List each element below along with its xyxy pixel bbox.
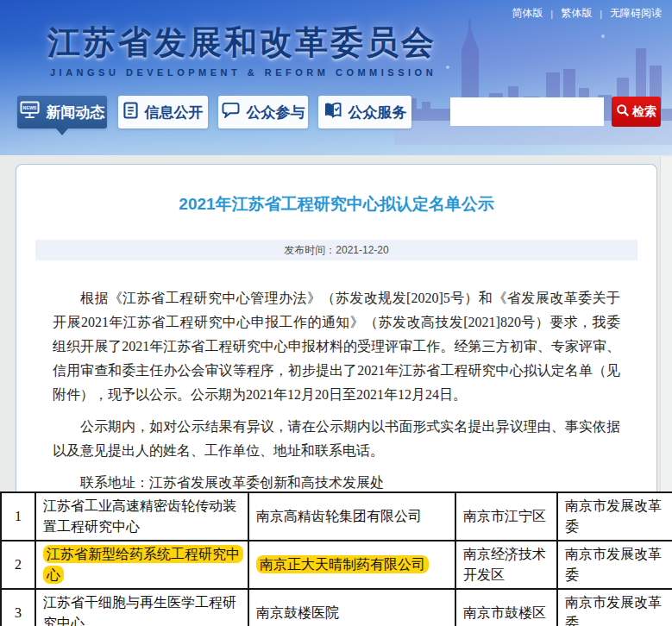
search-icon: [616, 103, 630, 120]
main-nav: NEWS 新闻动态 信息公开: [16, 96, 663, 130]
page: 简体版 | 繁体版 | 无障碍阅读 江苏省发展和改革委员会 JIANGSU DE…: [0, 0, 672, 626]
paragraph: 根据《江苏省工程研究中心管理办法》（苏发改规发[2020]5号）和《省发展改革委…: [53, 286, 620, 407]
site-title: 江苏省发展和改革委员会: [47, 21, 436, 65]
link-accessibility[interactable]: 无障碍阅读: [610, 6, 662, 21]
agency: 南京市发展改革委: [557, 492, 672, 541]
table-row: 2 江苏省新型给药系统工程研究中心 南京正大天晴制药有限公司 南京经济技术开发区…: [1, 541, 672, 589]
link-simplified-chinese[interactable]: 简体版: [512, 6, 543, 21]
link-traditional-chinese[interactable]: 繁体版: [561, 6, 592, 21]
paragraph: 公示期内，如对公示结果有异议，请在公示期内以书面形式实名提出异议理由、事实依据以…: [53, 415, 620, 463]
search-button[interactable]: 检索: [612, 97, 661, 127]
svg-text:NEWS: NEWS: [22, 105, 36, 110]
separator: |: [600, 9, 602, 19]
tab-label: 公众参与: [247, 103, 305, 122]
tab-public-service[interactable]: 公众服务: [318, 96, 411, 128]
agency: 南京市发展改革委: [557, 589, 672, 626]
row-number: 1: [1, 492, 35, 541]
separator: |: [550, 9, 553, 19]
agency: 南京市发展改革委: [557, 541, 672, 589]
tab-label: 信息公开: [145, 103, 204, 122]
tab-label: 公众服务: [349, 103, 407, 122]
search-input[interactable]: [450, 97, 604, 126]
highlighted-text: 江苏省新型给药系统工程研究中心: [43, 545, 243, 584]
publish-date: 发布时间：2021-12-20: [35, 240, 637, 260]
row-number: 3: [1, 589, 35, 626]
book-icon: [323, 102, 342, 122]
center-name: 江苏省新型给药系统工程研究中心: [35, 541, 248, 589]
highlighted-text: 南京正大天晴制药有限公司: [256, 555, 429, 573]
tab-label: 新闻动态: [47, 103, 105, 122]
center-name: 江苏省工业高速精密齿轮传动装置工程研究中心: [35, 492, 248, 541]
company-name: 南京鼓楼医院: [248, 589, 455, 626]
tab-news[interactable]: NEWS 新闻动态: [17, 96, 107, 128]
company-name: 南京高精齿轮集团有限公司: [248, 492, 455, 541]
district: 南京市鼓楼区: [455, 589, 557, 626]
district: 南京市江宁区: [455, 492, 557, 541]
language-links: 简体版 | 繁体版 | 无障碍阅读: [512, 6, 662, 21]
center-name: 江苏省干细胞与再生医学工程研究中心: [35, 589, 248, 626]
table-row: 1 江苏省工业高速精密齿轮传动装置工程研究中心 南京高精齿轮集团有限公司 南京市…: [1, 492, 672, 541]
district: 南京经济技术开发区: [455, 541, 557, 589]
company-name: 南京正大天晴制药有限公司: [248, 541, 455, 589]
article-title: 2021年江苏省工程研究中心拟认定名单公示: [16, 193, 656, 216]
tab-public-participation[interactable]: 公众参与: [218, 96, 308, 128]
page-scrollbar[interactable]: [660, 157, 672, 491]
row-number: 2: [1, 541, 35, 589]
tab-information-disclosure[interactable]: 信息公开: [118, 96, 208, 128]
monitor-news-icon: NEWS: [20, 101, 40, 123]
search-button-label: 检索: [632, 104, 656, 120]
speech-bubble-icon: [222, 102, 240, 122]
site-subtitle: JIANGSU DEVELOPMENT & REFORM COMMISSION: [50, 67, 436, 78]
site-banner: 简体版 | 繁体版 | 无障碍阅读 江苏省发展和改革委员会 JIANGSU DE…: [0, 0, 672, 155]
document-icon: [123, 102, 138, 123]
center-list-table: 1 江苏省工业高速精密齿轮传动装置工程研究中心 南京高精齿轮集团有限公司 南京市…: [0, 491, 672, 626]
table-row: 3 江苏省干细胞与再生医学工程研究中心 南京鼓楼医院 南京市鼓楼区 南京市发展改…: [1, 589, 672, 626]
